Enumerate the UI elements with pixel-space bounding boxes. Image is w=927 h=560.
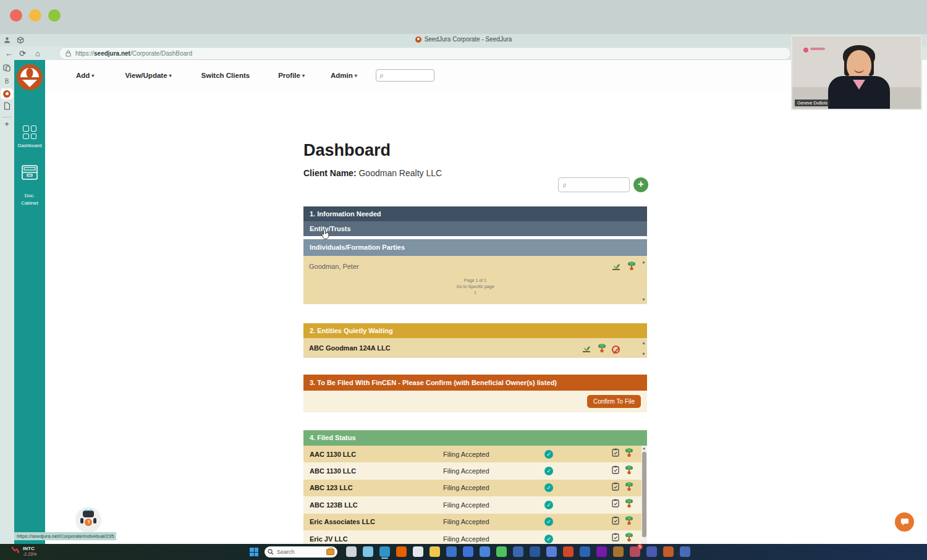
entity-link-abc-goodman[interactable]: ABC Goodman 124A LLC	[309, 344, 391, 352]
back-button[interactable]: ←	[5, 49, 13, 58]
wechat-icon[interactable]	[496, 546, 507, 557]
close-window-button[interactable]	[10, 9, 22, 22]
tree-icon[interactable]	[625, 465, 633, 477]
word-icon[interactable]	[530, 546, 540, 557]
table-row[interactable]: Eric Associates LLC Filing Accepted ✓	[303, 514, 647, 530]
sidebar-item-doc-cabinet[interactable]: Doc. Cabinet	[14, 193, 45, 206]
add-sidebar-item-icon[interactable]: +	[2, 119, 12, 129]
page-icon[interactable]	[2, 102, 12, 112]
nav-search-input[interactable]: ρ	[376, 69, 434, 82]
bing-icon[interactable]: B	[2, 77, 12, 87]
subsection-individuals-formation-parties[interactable]: Individuals/Formation Parties	[303, 239, 647, 256]
calendar-icon[interactable]	[463, 546, 473, 557]
table-row[interactable]: AAC 1130 LLC Filing Accepted ✓	[303, 446, 647, 462]
sidebar-item-dashboard[interactable]: Dashboard	[14, 143, 45, 148]
clipboard-check-icon[interactable]	[612, 448, 619, 460]
tree-icon[interactable]	[598, 344, 606, 355]
tree-icon[interactable]	[625, 533, 633, 545]
tab-preview-icon[interactable]	[2, 64, 12, 74]
firefox-icon[interactable]	[396, 546, 407, 557]
clipboard-check-icon[interactable]	[612, 482, 619, 494]
entity-name[interactable]: Eric JV LLC	[310, 535, 348, 543]
subsection-entity-trusts[interactable]: Entity/Trusts	[303, 221, 647, 236]
camera-icon[interactable]	[480, 546, 490, 557]
seedling-edit-icon[interactable]	[582, 344, 592, 355]
clipboard-check-icon[interactable]	[612, 533, 619, 545]
nav-add[interactable]: Add▾	[76, 72, 94, 79]
pagination-page-number[interactable]: 1	[303, 291, 647, 295]
tree-icon[interactable]	[625, 448, 633, 460]
settings-icon[interactable]	[680, 546, 690, 557]
reload-button[interactable]: ⟳	[19, 49, 26, 58]
no-entry-icon[interactable]	[612, 346, 620, 354]
taskbar-search[interactable]: Search	[265, 546, 337, 558]
entity-name[interactable]: ABC 1130 LLC	[310, 467, 356, 475]
chatbot-mascot[interactable]: ?	[75, 507, 101, 533]
notepad-icon[interactable]	[413, 546, 423, 557]
onenote-icon[interactable]	[596, 546, 607, 557]
tree-icon[interactable]	[625, 499, 633, 511]
nav-view-update[interactable]: View/Update▾	[125, 72, 171, 79]
task-view-icon[interactable]	[346, 546, 357, 557]
browser-tab[interactable]: SeedJura Corporate - SeedJura	[0, 36, 927, 43]
scrollbar-thumb[interactable]	[642, 452, 646, 537]
defender-icon[interactable]	[513, 546, 523, 557]
seedjura-logo-icon[interactable]	[16, 64, 43, 91]
entity-name[interactable]: Eric Associates LLC	[310, 518, 375, 525]
seedjura-sidebar-active-icon[interactable]	[1, 88, 13, 100]
clipboard-check-icon[interactable]	[612, 499, 619, 511]
teams-icon[interactable]: 5	[630, 546, 640, 557]
tree-icon[interactable]	[625, 482, 633, 494]
entity-search-input[interactable]: ρ	[558, 177, 630, 192]
filed-scrollbar[interactable]: ▲ ▼	[641, 446, 647, 559]
entity-name[interactable]: AAC 1130 LLC	[310, 451, 356, 458]
minimize-window-button[interactable]	[29, 9, 41, 22]
scroll-down-icon[interactable]: ▼	[641, 297, 646, 302]
photos-icon[interactable]	[446, 546, 457, 557]
table-row[interactable]: ABC 123 LLC Filing Accepted ✓	[303, 480, 647, 496]
home-button[interactable]: ⌂	[35, 49, 40, 58]
contacts-icon[interactable]	[546, 546, 557, 557]
table-row[interactable]: ABC 123B LLC Filing Accepted ✓	[303, 496, 647, 513]
nav-switch-clients[interactable]: Switch Clients	[201, 72, 250, 79]
address-bar[interactable]: https://seedjura.net/Corporate/DashBoard	[59, 47, 791, 60]
taskbar: INTC-2.23% Search 5	[0, 544, 927, 560]
tree-icon[interactable]	[625, 516, 633, 528]
outlook-icon[interactable]	[580, 546, 590, 557]
entity-name[interactable]: ABC 123B LLC	[310, 501, 358, 509]
file-explorer-icon[interactable]	[430, 546, 440, 557]
doc-cabinet-icon[interactable]	[21, 164, 38, 184]
snip-icon[interactable]	[646, 546, 657, 557]
confirm-to-file-button[interactable]: Confirm To File	[587, 395, 641, 408]
entity-name[interactable]: ABC 123 LLC	[310, 484, 353, 491]
scroll-down-icon[interactable]: ▼	[641, 352, 646, 356]
chat-widget-button[interactable]	[895, 512, 914, 532]
clipboard-check-icon[interactable]	[612, 516, 619, 528]
seedling-edit-icon[interactable]	[612, 262, 622, 273]
stock-widget[interactable]: INTC-2.23%	[11, 546, 36, 556]
individual-link-goodman-peter[interactable]: Goodman, Peter	[309, 263, 359, 270]
sidebar-divider	[2, 117, 11, 117]
clipboard-check-icon[interactable]	[612, 465, 619, 477]
powerpoint-icon[interactable]	[563, 546, 574, 557]
pagination-goto-text[interactable]: Go to Specific page	[303, 284, 647, 289]
panel-information-needed: 1. Information Needed Entity/Trusts Indi…	[303, 206, 647, 304]
add-entity-button[interactable]: +	[633, 177, 648, 192]
zoom-window-button[interactable]	[48, 9, 61, 22]
section-header-information-needed: 1. Information Needed	[303, 206, 647, 221]
nav-admin[interactable]: Admin▾	[331, 72, 357, 79]
copilot-icon[interactable]	[363, 546, 373, 557]
scroll-up-icon[interactable]: ▲	[641, 260, 646, 264]
table-row[interactable]: ABC 1130 LLC Filing Accepted ✓	[303, 462, 647, 479]
edge-icon[interactable]	[379, 546, 390, 557]
dashboard-grid-icon[interactable]	[23, 125, 36, 139]
store-icon[interactable]	[613, 546, 624, 557]
tree-icon[interactable]	[627, 261, 636, 273]
start-button[interactable]	[250, 548, 258, 556]
chat-bubble-icon	[900, 517, 910, 527]
nav-profile[interactable]: Profile▾	[278, 72, 305, 79]
search-icon: ρ	[563, 182, 566, 188]
scroll-up-icon[interactable]: ▲	[642, 446, 646, 450]
seedjura-taskbar-icon[interactable]	[663, 546, 674, 557]
scroll-up-icon[interactable]: ▲	[641, 341, 646, 345]
